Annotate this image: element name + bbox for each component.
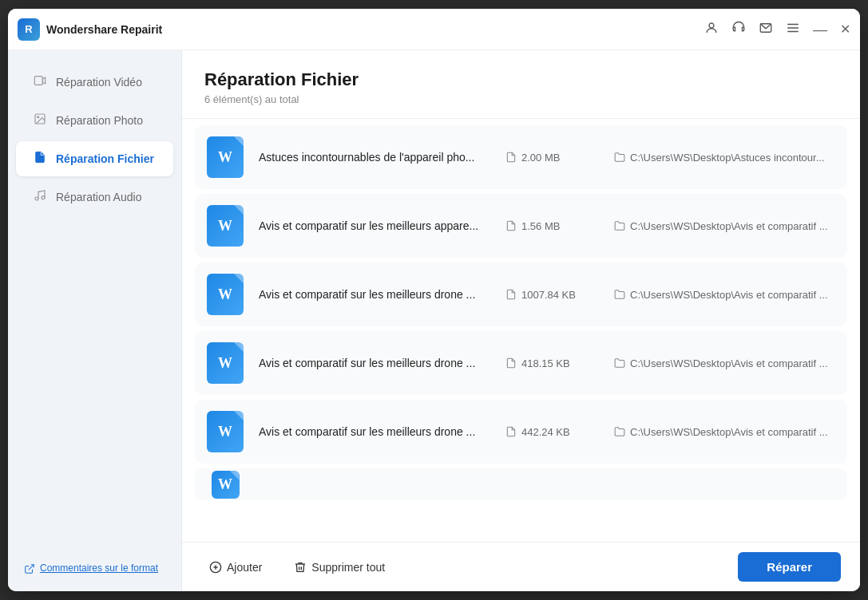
add-button[interactable]: Ajouter bbox=[201, 556, 270, 578]
file-name-0: Astuces incontournables de l'appareil ph… bbox=[259, 151, 493, 164]
table-row-partial: W bbox=[195, 468, 847, 500]
svg-point-0 bbox=[709, 23, 714, 28]
file-name-2: Avis et comparatif sur les meilleurs dro… bbox=[259, 288, 493, 301]
menu-icon[interactable] bbox=[786, 21, 800, 38]
file-icon-2: W bbox=[204, 274, 246, 315]
sidebar-item-fichier[interactable]: Réparation Fichier bbox=[16, 141, 173, 176]
title-bar: R Wondershare Repairit — ✕ bbox=[8, 9, 860, 50]
file-name-1: Avis et comparatif sur les meilleurs app… bbox=[259, 219, 493, 232]
sidebar-item-video-label: Réparation Vidéo bbox=[56, 76, 142, 89]
sidebar-item-photo[interactable]: Réparation Photo bbox=[16, 103, 173, 138]
video-icon bbox=[32, 74, 48, 90]
content-area: Réparation Fichier 6 élément(s) au total… bbox=[182, 50, 860, 591]
title-bar-left: R Wondershare Repairit bbox=[18, 18, 162, 41]
app-name: Wondershare Repairit bbox=[46, 23, 162, 36]
user-icon[interactable] bbox=[704, 21, 719, 38]
svg-line-11 bbox=[29, 565, 34, 570]
feedback-link[interactable]: Commentaires sur le format bbox=[24, 562, 158, 575]
repair-button[interactable]: Réparer bbox=[738, 552, 841, 582]
delete-all-button[interactable]: Supprimer tout bbox=[286, 556, 393, 578]
file-count: 6 élément(s) au total bbox=[204, 93, 838, 105]
close-icon[interactable]: ✕ bbox=[840, 22, 850, 37]
file-size-4: 442.24 KB bbox=[505, 426, 601, 438]
mail-icon[interactable] bbox=[759, 21, 773, 38]
svg-point-9 bbox=[35, 197, 38, 200]
table-row[interactable]: W Avis et comparatif sur les meilleurs a… bbox=[195, 194, 847, 258]
svg-rect-5 bbox=[34, 77, 42, 85]
file-icon-3: W bbox=[204, 342, 246, 384]
table-row[interactable]: W Astuces incontournables de l'appareil … bbox=[195, 125, 847, 189]
svg-marker-6 bbox=[42, 77, 45, 84]
table-row[interactable]: W Avis et comparatif sur les meilleurs d… bbox=[195, 331, 847, 395]
app-window: R Wondershare Repairit — ✕ bbox=[8, 9, 860, 591]
file-icon-0: W bbox=[204, 136, 246, 178]
file-icon-1: W bbox=[204, 205, 246, 247]
file-size-2: 1007.84 KB bbox=[505, 289, 601, 301]
sidebar-item-video[interactable]: Réparation Vidéo bbox=[16, 65, 173, 100]
file-icon bbox=[32, 151, 48, 167]
add-label: Ajouter bbox=[227, 561, 262, 574]
content-header: Réparation Fichier 6 élément(s) au total bbox=[182, 50, 860, 118]
page-title: Réparation Fichier bbox=[204, 69, 838, 90]
file-name-3: Avis et comparatif sur les meilleurs dro… bbox=[259, 357, 493, 369]
delete-label: Supprimer tout bbox=[311, 561, 385, 574]
audio-icon bbox=[32, 189, 48, 205]
app-logo: R bbox=[18, 18, 40, 41]
headset-icon[interactable] bbox=[731, 21, 746, 38]
table-row[interactable]: W Avis et comparatif sur les meilleurs d… bbox=[195, 400, 847, 464]
file-path-4: C:\Users\WS\Desktop\Avis et comparatif .… bbox=[614, 426, 838, 438]
feedback-label: Commentaires sur le format bbox=[40, 562, 158, 575]
file-size-1: 1.56 MB bbox=[505, 220, 601, 232]
svg-point-10 bbox=[42, 196, 45, 199]
bottom-bar: Ajouter Supprimer tout Réparer bbox=[182, 542, 860, 591]
sidebar-item-fichier-label: Réparation Fichier bbox=[56, 152, 154, 165]
sidebar-item-audio[interactable]: Réparation Audio bbox=[16, 180, 173, 215]
minimize-icon[interactable]: — bbox=[813, 22, 827, 37]
svg-point-8 bbox=[38, 116, 39, 118]
file-path-0: C:\Users\WS\Desktop\Astuces incontour... bbox=[614, 152, 838, 164]
file-icon-partial: W bbox=[204, 468, 246, 500]
photo-icon bbox=[32, 112, 48, 128]
file-name-4: Avis et comparatif sur les meilleurs dro… bbox=[259, 425, 493, 438]
file-icon-4: W bbox=[204, 411, 246, 452]
main-layout: Réparation Vidéo Réparation Photo Répara… bbox=[8, 50, 860, 591]
file-path-2: C:\Users\WS\Desktop\Avis et comparatif .… bbox=[614, 289, 838, 301]
file-size-0: 2.00 MB bbox=[505, 152, 601, 164]
header-divider bbox=[182, 118, 860, 119]
sidebar-item-audio-label: Réparation Audio bbox=[56, 191, 141, 203]
sidebar: Réparation Vidéo Réparation Photo Répara… bbox=[8, 50, 182, 591]
file-path-3: C:\Users\WS\Desktop\Avis et comparatif .… bbox=[614, 357, 838, 369]
file-list: W Astuces incontournables de l'appareil … bbox=[182, 122, 860, 542]
file-size-3: 418.15 KB bbox=[505, 357, 601, 369]
sidebar-item-photo-label: Réparation Photo bbox=[56, 114, 143, 127]
table-row[interactable]: W Avis et comparatif sur les meilleurs d… bbox=[195, 262, 847, 326]
bottom-actions-left: Ajouter Supprimer tout bbox=[201, 556, 393, 578]
title-bar-controls: — ✕ bbox=[704, 21, 850, 38]
file-path-1: C:\Users\WS\Desktop\Avis et comparatif .… bbox=[614, 220, 838, 232]
